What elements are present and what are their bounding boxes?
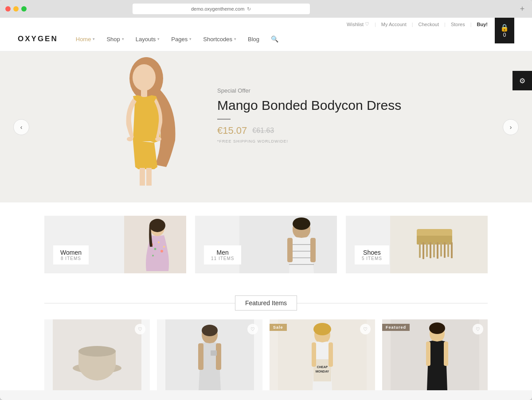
nav-layouts-chevron: ▾	[157, 37, 160, 41]
nav-shop-label: Shop	[106, 36, 120, 43]
buy-link[interactable]: Buy!	[477, 22, 488, 27]
svg-rect-35	[437, 242, 438, 259]
categories-section: Women 8 ITEMS	[0, 202, 532, 287]
reload-icon[interactable]: ↻	[247, 6, 251, 12]
title-line-left	[44, 303, 235, 303]
site-logo[interactable]: OXYGEN	[18, 35, 58, 43]
svg-rect-6	[146, 168, 152, 186]
maximize-button[interactable]	[21, 6, 27, 12]
cart-count: 0	[503, 32, 506, 38]
slider-prev-button[interactable]: ‹	[13, 119, 29, 135]
svg-rect-38	[447, 242, 449, 257]
svg-rect-63	[444, 342, 448, 366]
svg-rect-50	[211, 350, 217, 356]
product-card-3[interactable]: CHEAP MONDAY ♡ Sale	[270, 319, 375, 390]
search-icon[interactable]: 🔍	[271, 35, 278, 43]
category-women[interactable]: Women 8 ITEMS	[44, 216, 186, 273]
checkout-link[interactable]: Checkout	[419, 22, 439, 27]
sep-2: |	[412, 22, 413, 27]
svg-rect-36	[440, 242, 442, 256]
main-nav-bar: OXYGEN Home ▾ Shop ▾ Layouts ▾	[0, 27, 532, 51]
hero-price: €15.07 €61.63	[217, 125, 401, 136]
featured-badge: Featured	[382, 324, 410, 331]
nav-shortcodes[interactable]: Shortcodes ▾	[203, 36, 236, 43]
svg-point-20	[293, 217, 310, 230]
sep-4: |	[470, 22, 472, 27]
next-icon: ›	[510, 124, 512, 131]
category-shoes-name: Shoes	[362, 249, 382, 256]
util-nav: Wishlist ♡ | My Account | Checkout | Sto…	[0, 18, 532, 27]
product-image-1	[44, 319, 150, 390]
nav-home[interactable]: Home ▾	[76, 36, 95, 43]
free-shipping-note: *FREE SHIPPING WORLDWIDE!	[217, 139, 401, 144]
my-account-link[interactable]: My Account	[381, 22, 407, 27]
close-button[interactable]	[5, 6, 11, 12]
svg-point-11	[158, 241, 160, 243]
svg-point-53	[313, 323, 331, 335]
product-card-2[interactable]: ♡	[157, 319, 262, 390]
nav-shop[interactable]: Shop ▾	[106, 36, 124, 43]
wishlist-btn-1[interactable]: ♡	[135, 324, 145, 334]
svg-text:CHEAP: CHEAP	[317, 365, 328, 369]
category-women-name: Women	[60, 249, 82, 256]
svg-point-1	[133, 64, 156, 91]
product-image-2	[157, 319, 262, 390]
new-tab-button[interactable]: +	[518, 4, 527, 13]
sep-1: |	[375, 22, 376, 27]
title-line-right	[297, 303, 488, 303]
category-shoes[interactable]: Shoes 5 ITEMS	[346, 216, 488, 273]
site-content: Wishlist ♡ | My Account | Checkout | Sto…	[0, 18, 532, 400]
wishlist-label: Wishlist	[347, 22, 364, 27]
price-new: €15.07	[217, 125, 247, 136]
slider-next-button[interactable]: ›	[503, 119, 519, 135]
cart-badge[interactable]: 🔒 0	[495, 18, 514, 43]
svg-point-12	[160, 250, 163, 252]
svg-rect-5	[140, 168, 145, 186]
price-old: €61.63	[252, 127, 274, 135]
nav-home-label: Home	[76, 36, 91, 43]
stores-link[interactable]: Stores	[451, 22, 465, 27]
wishlist-heart-icon: ♡	[365, 21, 369, 27]
wishlist-btn-2[interactable]: ♡	[247, 324, 258, 334]
svg-rect-31	[422, 242, 424, 259]
nav-layouts[interactable]: Layouts ▾	[136, 36, 160, 43]
product-card-1[interactable]: ♡	[44, 319, 150, 390]
svg-point-14	[163, 246, 165, 248]
hero-divider	[217, 119, 231, 120]
category-men-count: 11 ITEMS	[211, 256, 234, 261]
wishlist-btn-3[interactable]: ♡	[360, 324, 371, 334]
hero-model-image	[89, 52, 204, 202]
nav-blog-label: Blog	[248, 36, 259, 43]
wishlist-link[interactable]: Wishlist ♡	[347, 21, 369, 27]
category-men[interactable]: Men 11 ITEMS	[195, 216, 337, 273]
svg-point-44	[78, 346, 116, 357]
site-header: Wishlist ♡ | My Account | Checkout | Sto…	[0, 18, 532, 52]
category-women-label: Women 8 ITEMS	[53, 245, 89, 264]
sep-3: |	[444, 22, 446, 27]
hero-text: Special Offer Mango Bonded Bodycon Dress…	[217, 87, 401, 144]
category-men-name: Men	[211, 249, 234, 256]
gear-icon: ⚙	[519, 77, 525, 85]
svg-text:MONDAY: MONDAY	[316, 370, 329, 373]
svg-point-13	[152, 255, 154, 256]
svg-rect-39	[451, 242, 453, 258]
product-card-4[interactable]: ♡ Featured	[382, 319, 488, 390]
nav-shortcodes-label: Shortcodes	[203, 36, 232, 43]
address-bar[interactable]: demo.oxygentheme.com ↻	[133, 4, 310, 14]
men-category-image	[239, 216, 337, 273]
category-shoes-count: 5 ITEMS	[362, 256, 382, 261]
settings-button[interactable]: ⚙	[512, 71, 532, 90]
minimize-button[interactable]	[13, 6, 19, 12]
featured-section: Featured Items ♡	[0, 287, 532, 390]
category-shoes-label: Shoes 5 ITEMS	[355, 245, 389, 264]
shoes-category-image	[390, 216, 488, 273]
prev-icon: ‹	[20, 124, 23, 131]
featured-items-title: Featured Items	[235, 295, 297, 311]
women-category-image	[124, 216, 186, 273]
nav-pages[interactable]: Pages ▾	[171, 36, 192, 43]
nav-shortcodes-chevron: ▾	[234, 37, 236, 41]
cart-lock-icon: 🔒	[500, 23, 509, 32]
wishlist-btn-4[interactable]: ♡	[473, 324, 483, 334]
svg-point-3	[127, 137, 133, 141]
nav-blog[interactable]: Blog	[248, 36, 259, 43]
